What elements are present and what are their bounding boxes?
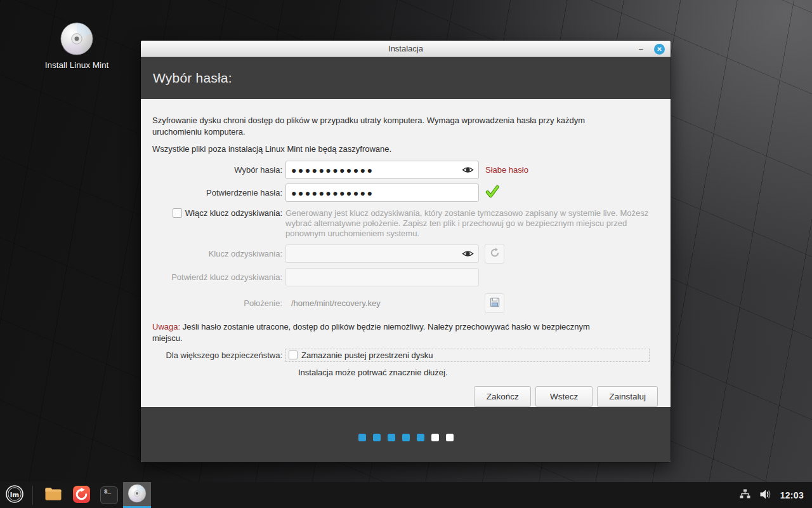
duration-note: Instalacja może potrwać znacznie dłużej. — [298, 368, 659, 377]
minimize-button[interactable]: – — [637, 46, 645, 52]
recovery-key-label: Klucz odzyskiwania: — [152, 249, 282, 258]
window-title: Instalacja — [388, 44, 423, 53]
warning-text: Uwaga: Jeśli hasło zostanie utracone, do… — [152, 321, 614, 344]
recovery-confirm-label: Potwierdź klucz odzyskiwania: — [152, 272, 282, 282]
folder-icon — [44, 486, 62, 504]
overwrite-space-control[interactable]: Zamazanie pustej przestrzeni dysku — [285, 349, 650, 362]
password-masked-value: ●●●●●●●●●●●● — [291, 165, 374, 175]
refresh-icon — [489, 247, 501, 260]
desktop-icon-label: Install Linux Mint — [30, 60, 123, 70]
back-button[interactable]: Wstecz — [535, 386, 593, 407]
network-tray-icon[interactable] — [739, 488, 751, 502]
cd-disc-icon — [128, 484, 147, 505]
mint-menu-button[interactable]: lm — [0, 482, 29, 508]
cd-disc-icon — [60, 48, 94, 58]
security-label: Dla większego bezpieczeństwa: — [152, 351, 282, 360]
wizard-progress-footer — [141, 407, 671, 462]
desktop-icon-install-linux-mint[interactable]: Install Linux Mint — [30, 22, 123, 70]
progress-dot — [388, 434, 395, 441]
progress-dot — [417, 434, 424, 441]
recovery-enable-checkbox[interactable] — [173, 208, 182, 218]
recovery-confirm-row: Potwierdź klucz odzyskiwania: — [152, 268, 659, 286]
security-row: Dla większego bezpieczeństwa: Zamazanie … — [152, 349, 659, 362]
intro-text-1: Szyfrowanie dysku chroni dostęp do plikó… — [152, 115, 614, 138]
svg-text:lm: lm — [10, 491, 19, 498]
taskbar-terminal-button[interactable]: $_ — [95, 482, 123, 508]
password-strength-hint: Słabe hasło — [485, 165, 528, 175]
page-content: Szyfrowanie dysku chroni dostęp do plikó… — [141, 99, 671, 407]
terminal-icon: $_ — [100, 486, 118, 504]
confirm-password-masked-value: ●●●●●●●●●●●● — [291, 188, 374, 198]
recovery-location-row: Położenie: /home/mint/recovery.key — [152, 293, 659, 313]
taskbar-clock[interactable]: 12:03 — [780, 490, 804, 500]
volume-tray-icon[interactable] — [759, 489, 772, 502]
location-value: /home/mint/recovery.key — [285, 298, 479, 308]
desktop-background: Install Linux Mint Instalacja – ✕ Wybór … — [0, 0, 812, 482]
overwrite-space-checkbox[interactable] — [289, 351, 298, 359]
taskbar-installer-button-active[interactable] — [123, 482, 151, 508]
recovery-enable-label: Włącz klucz odzyskiwania: — [185, 208, 282, 218]
progress-dot — [373, 434, 381, 441]
eye-icon[interactable] — [462, 165, 474, 177]
linux-mint-logo-icon: lm — [5, 485, 24, 505]
taskbar-separator — [32, 486, 33, 505]
choose-location-button[interactable] — [485, 293, 504, 313]
password-row: Wybór hasła: ●●●●●●●●●●●● Słabe hasło — [152, 161, 659, 179]
recovery-enable-row: Włącz klucz odzyskiwania: Generowany jes… — [152, 208, 659, 239]
location-label: Położenie: — [152, 298, 282, 308]
match-check-icon — [485, 185, 499, 201]
install-button[interactable]: Zainstaluj — [597, 386, 658, 407]
eye-icon[interactable] — [462, 249, 474, 260]
recovery-enable-control[interactable]: Włącz klucz odzyskiwania: — [152, 208, 282, 218]
progress-dot — [446, 434, 454, 441]
progress-dot — [402, 434, 410, 441]
recovery-key-row: Klucz odzyskiwania: — [152, 244, 659, 264]
taskbar-files-button[interactable] — [39, 482, 67, 508]
taskbar: lm — [0, 482, 812, 508]
recovery-info-text: Generowany jest klucz odzyskiwania, któr… — [285, 208, 653, 239]
recovery-confirm-input[interactable] — [285, 268, 479, 286]
page-title: Wybór hasła: — [153, 70, 232, 86]
quit-button[interactable]: Zakończ — [474, 386, 531, 407]
warning-body: Jeśli hasło zostanie utracone, dostęp do… — [152, 322, 590, 343]
progress-dots — [355, 434, 457, 441]
confirm-password-label: Potwierdzenie hasła: — [152, 188, 282, 197]
firefox-icon — [72, 485, 91, 505]
overwrite-space-label: Zamazanie pustej przestrzeni dysku — [301, 351, 433, 360]
window-titlebar[interactable]: Instalacja – ✕ — [141, 41, 671, 57]
taskbar-firefox-button[interactable] — [67, 482, 95, 508]
system-tray: 12:03 — [739, 488, 812, 502]
confirm-password-input[interactable]: ●●●●●●●●●●●● — [285, 184, 479, 202]
installer-window: Instalacja – ✕ Wybór hasła: Szyfrowanie … — [141, 41, 671, 462]
progress-dot — [431, 434, 439, 441]
save-file-icon — [489, 297, 501, 310]
intro-text-2: Wszystkie pliki poza instalacją Linux Mi… — [152, 144, 614, 155]
close-button[interactable]: ✕ — [654, 44, 665, 55]
password-label: Wybór hasła: — [152, 165, 282, 175]
password-input[interactable]: ●●●●●●●●●●●● — [285, 161, 479, 179]
progress-dot — [358, 434, 366, 441]
action-buttons: Zakończ Wstecz Zainstaluj — [152, 386, 658, 407]
warning-label: Uwaga: — [152, 322, 180, 331]
page-header: Wybór hasła: — [141, 57, 671, 99]
regenerate-key-button[interactable] — [485, 244, 504, 264]
terminal-prompt-glyph: $_ — [104, 489, 111, 495]
recovery-key-input[interactable] — [285, 244, 479, 263]
confirm-password-row: Potwierdzenie hasła: ●●●●●●●●●●●● — [152, 184, 659, 202]
